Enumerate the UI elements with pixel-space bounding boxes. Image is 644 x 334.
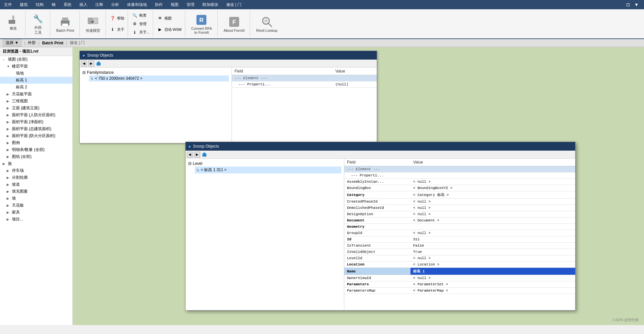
main-layout: 目浏览器 - 项目1.rvt ○ 视图 (全部) ▼ 楼层平面 场地 标高 1 … <box>0 47 644 325</box>
tree-label: 停车场 <box>12 168 24 173</box>
tree-item-schedules[interactable]: ▶ 明细表/数量 (全部) <box>0 146 72 153</box>
table-row[interactable]: LevelId< null > <box>344 255 575 262</box>
snoop-bg-fwd-btn[interactable]: ▶ <box>88 61 94 67</box>
batch-print-button[interactable]: Batch Print <box>54 14 77 34</box>
table-row[interactable]: Document< Document > <box>344 217 575 224</box>
tree-item-area1[interactable]: ▶ 面积平面 (人防分区面积) <box>0 112 72 119</box>
expand-icon: ▶ <box>7 211 11 214</box>
tree-item-area2[interactable]: ▶ 面积平面 (净面积) <box>0 119 72 125</box>
menu-item-mass[interactable]: 体量和场地 <box>126 1 148 8</box>
tree-item-level1[interactable]: 标高 1 <box>0 77 72 84</box>
menu-item-file[interactable]: 文件 <box>3 1 13 8</box>
value-cell: < null > <box>410 211 575 217</box>
about2-button[interactable]: ℹ 关于... <box>130 29 151 36</box>
field-cell: ParametersMap <box>344 288 410 294</box>
tree-item-ceiling2[interactable]: ▶ 天花板 <box>0 202 72 209</box>
menu-item-insert[interactable]: 插入 <box>78 1 89 8</box>
table-row[interactable]: AssemblyInstan...< null > <box>344 179 575 185</box>
tree-item-families[interactable]: ▶ 族 <box>0 160 72 167</box>
snoop-fg-fwd-btn[interactable]: ▶ <box>194 152 200 158</box>
table-row[interactable]: Parameters< ParameterSet > <box>344 281 575 288</box>
table-row[interactable]: Id311 <box>344 236 575 243</box>
tree-item-fill[interactable]: ▶ 填充图案 <box>0 188 72 195</box>
tree-item-wall[interactable]: ▶ 墙 <box>0 195 72 202</box>
menu-item-collaborate[interactable]: 协作 <box>153 1 164 8</box>
snoop-fg-child-node[interactable]: ↳ < 标高 1 311 > <box>195 167 341 173</box>
tree-item-area4[interactable]: ▶ 面积平面 (防火分区面积) <box>0 132 72 139</box>
view-button[interactable]: 👁 视图 <box>155 15 184 22</box>
table-row[interactable]: OwnerViewId< null > <box>344 275 575 281</box>
table-row[interactable]: Category< Category 标高 > <box>344 191 575 199</box>
menu-item-annotate[interactable]: 注释 <box>94 1 105 8</box>
breadcrumb-select[interactable]: 选择 ▼ <box>3 39 21 47</box>
admin-button[interactable]: ⚙ 管理 <box>130 20 151 27</box>
about-formit-button[interactable]: F About FormIt <box>221 14 247 34</box>
tree-item-ramp[interactable]: ▶ 坡道 <box>0 181 72 188</box>
tree-label: 天花板平面 <box>12 91 32 97</box>
svg-text:R: R <box>199 17 204 24</box>
table-row[interactable]: BoundingBox< BoundingBoxXYZ > <box>344 185 575 191</box>
external-tools-button[interactable]: 🔧 外部工具 <box>29 11 47 36</box>
menu-item-steel[interactable]: 钢 <box>50 1 57 8</box>
snoop-window-foreground[interactable]: ● Snoop Objects ◀ ▶ ⊟ Level ↳ <box>185 142 576 310</box>
snoop-bg-back-btn[interactable]: ◀ <box>81 61 87 67</box>
tree-item-ceiling[interactable]: ▶ 天花板平面 <box>0 91 72 98</box>
tree-item-views[interactable]: ○ 视图 (全部) <box>0 56 72 63</box>
table-row[interactable]: DesignOption< null > <box>344 211 575 217</box>
table-row[interactable]: GroupId< null > <box>344 230 575 236</box>
check-button[interactable]: 🔍 检查 <box>130 12 151 19</box>
menu-item-addins[interactable]: 附加模块 <box>201 1 220 8</box>
table-row[interactable]: IsValidObjectTrue <box>344 249 575 255</box>
tree-item-sheets[interactable]: ▶ 图纸 (全部) <box>0 153 72 160</box>
about-button[interactable]: ℹ 关于 <box>108 26 126 33</box>
menu-item-structure[interactable]: 结构 <box>34 1 45 8</box>
window-control-icon: ⊡ <box>625 1 631 8</box>
table-row[interactable]: Name标高 1 <box>344 268 575 275</box>
tree-item-split[interactable]: ▶ 分割轮廓 <box>0 174 72 181</box>
breadcrumb-external[interactable]: 外部 <box>28 40 36 46</box>
menu-item-manage[interactable]: 管理 <box>185 1 196 8</box>
table-row[interactable]: --- Properti... (null) <box>232 81 377 88</box>
tree-item-elevation[interactable]: ▶ 立面 (建筑立面) <box>0 105 72 112</box>
table-row[interactable]: Geometry <box>344 224 575 230</box>
value-cell: < ParameterSet > <box>410 281 575 288</box>
field-cell: AssemblyInstan... <box>344 179 410 185</box>
snoop-bg-child-node[interactable]: ↳ < 750 x 2000mm 340472 > <box>89 75 229 81</box>
field-cell: Category <box>344 191 410 199</box>
transfer-model-button[interactable]: 传递模型 <box>83 14 103 34</box>
tree-item-parking[interactable]: ▶ 停车场 <box>0 167 72 174</box>
convert-rfa-button[interactable]: R Convert RFAto FormIt <box>189 12 215 36</box>
table-row[interactable]: DemolishedPhaseId< null > <box>344 205 575 211</box>
menu-item-architecture[interactable]: 建筑 <box>19 1 29 8</box>
table-row[interactable]: Location< Location > <box>344 262 575 268</box>
tree-item-legend[interactable]: ▶ 图例 <box>0 139 72 146</box>
wsm-button[interactable]: ▶ 启动 WSM <box>155 26 184 33</box>
table-row[interactable]: --- Element --- <box>232 75 377 81</box>
tree-item-more[interactable]: ▶ 项目... <box>0 216 72 223</box>
menu-item-analyze[interactable]: 分析 <box>110 1 120 8</box>
table-row[interactable]: --- Properti... <box>344 172 575 179</box>
tree-item-level2[interactable]: 标高 2 <box>0 84 72 91</box>
tree-item-furniture[interactable]: ▶ 家具 <box>0 209 72 216</box>
menu-item-system[interactable]: 系统 <box>62 1 73 8</box>
svg-point-15 <box>264 19 268 23</box>
snoop-bg-title-bar: ● Snoop Objects <box>80 51 377 60</box>
table-row[interactable]: CreatedPhaseId< null > <box>344 199 575 205</box>
table-row[interactable]: ParametersMap< ParameterMap > <box>344 288 575 294</box>
snoop-fg-back-btn[interactable]: ◀ <box>187 152 193 158</box>
tree-item-3d[interactable]: ▶ 三维视图 <box>0 98 72 105</box>
table-row[interactable]: --- Element --- <box>344 166 575 172</box>
field-cell: --- Element --- <box>232 75 333 81</box>
modify-button[interactable]: 修改 <box>4 11 22 36</box>
snoop-window-background[interactable]: ● Snoop Objects ◀ ▶ ⊟ FamilyInstance ↳ <box>79 51 377 143</box>
menu-item-modify[interactable]: 修改 | 门 <box>225 1 243 8</box>
tree-item-area3[interactable]: ▶ 面积平面 (总建筑面积) <box>0 125 72 132</box>
tree-item-site[interactable]: 场地 <box>0 70 72 77</box>
menu-item-view[interactable]: 视图 <box>169 1 180 8</box>
help-about-button[interactable]: ❓ 帮助 <box>108 15 126 22</box>
snoop-bg-toolbar: ◀ ▶ <box>80 60 377 68</box>
tree-item-floor-plan[interactable]: ▼ 楼层平面 <box>0 63 72 70</box>
table-row[interactable]: IsTransientFalse <box>344 243 575 249</box>
breadcrumb-batch-print[interactable]: Batch Print <box>42 41 63 45</box>
revit-lookup-button[interactable]: Revit Lookup <box>253 14 280 34</box>
